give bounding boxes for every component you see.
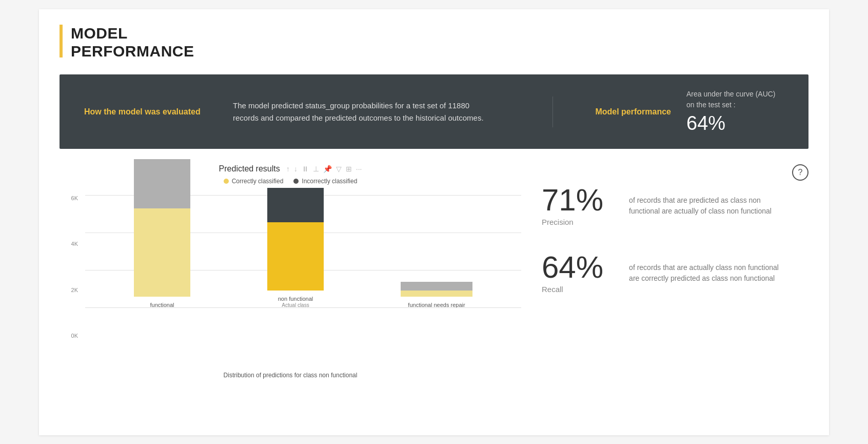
bar-functional: functional (134, 159, 190, 308)
x-axis-line (85, 307, 521, 308)
page-title: MODEL PERFORMANCE (71, 25, 194, 60)
recall-value-group: 64% Recall (542, 252, 603, 294)
recall-description: of records that are actually class non f… (629, 262, 783, 284)
column-icon[interactable]: ⏸ (302, 165, 309, 173)
precision-row: 71% Precision of records that are predic… (542, 185, 808, 226)
chart-toolbar: ↑ ↓ ⏸ ⊥ 📌 ▽ ⊞ ··· (286, 165, 362, 173)
bar-functional-correct (134, 208, 190, 297)
anchor-icon[interactable]: ⊥ (313, 165, 319, 173)
recall-name: Recall (542, 285, 603, 294)
performance-label: Model performance (579, 107, 671, 117)
evaluation-description: The model predicted status_group probabi… (218, 100, 527, 124)
main-content: Predicted results ↑ ↓ ⏸ ⊥ 📌 ▽ ⊞ ··· Corr… (60, 164, 808, 379)
recall-block: 64% Recall of records that are actually … (542, 252, 808, 294)
y-label-0k: 0K (71, 333, 78, 339)
precision-description: of records that are predicted as class n… (629, 195, 783, 217)
y-label-2k: 2K (71, 287, 78, 293)
precision-value-group: 71% Precision (542, 185, 603, 226)
grid-icon[interactable]: ⊞ (346, 165, 352, 173)
bar-functional-incorrect (134, 159, 190, 208)
chart-title-row: Predicted results ↑ ↓ ⏸ ⊥ 📌 ▽ ⊞ ··· (60, 164, 521, 173)
auc-metric: Area under the curve (AUC) on the test s… (671, 89, 784, 134)
sort-desc-icon[interactable]: ↓ (294, 165, 298, 173)
precision-block: 71% Precision of records that are predic… (542, 185, 808, 226)
bar-non-functional: non functional Actual class (267, 188, 324, 308)
filter-icon[interactable]: ▽ (336, 165, 342, 173)
evaluation-label: How the model was evaluated (84, 107, 218, 117)
y-axis: 6K 4K 2K 0K (60, 195, 82, 339)
info-banner: How the model was evaluated The model pr… (60, 74, 808, 149)
bar-repair-correct (401, 291, 472, 297)
chart-legend: Correctly classified Incorrectly classif… (60, 178, 521, 185)
precision-value: 71% (542, 185, 603, 216)
chart-grid-bars: functional non f (85, 195, 521, 339)
incorrectly-classified-label: Incorrectly classified (302, 178, 357, 185)
bar-non-functional-stack (267, 188, 324, 291)
y-label-6k: 6K (71, 195, 78, 201)
incorrectly-classified-dot (293, 179, 299, 184)
legend-incorrectly-classified: Incorrectly classified (293, 178, 357, 185)
metrics-panel: ? 71% Precision of records that are pred… (542, 164, 808, 379)
header-accent-bar (60, 25, 63, 57)
bar-non-functional-label: non functional Actual class (278, 296, 313, 308)
auc-description: Area under the curve (AUC) on the test s… (686, 89, 784, 110)
bar-non-functional-correct (267, 222, 324, 291)
bar-non-functional-incorrect (267, 188, 324, 222)
precision-name: Precision (542, 218, 603, 226)
legend-correctly-classified: Correctly classified (224, 178, 284, 185)
correctly-classified-label: Correctly classified (232, 178, 284, 185)
bar-repair-stack (401, 282, 472, 297)
bars-container: functional non f (95, 195, 511, 308)
auc-value: 64% (686, 112, 784, 134)
bar-functional-repair: functional needs repair (401, 282, 472, 308)
sort-asc-icon[interactable]: ↑ (286, 165, 290, 173)
header: MODEL PERFORMANCE (60, 25, 808, 60)
help-icon[interactable]: ? (792, 164, 808, 181)
y-label-4k: 4K (71, 241, 78, 247)
bar-functional-stack (134, 159, 190, 297)
chart-caption: Distribution of predictions for class no… (60, 372, 521, 379)
page-wrapper: MODEL PERFORMANCE How the model was eval… (39, 9, 829, 435)
recall-row: 64% Recall of records that are actually … (542, 252, 808, 294)
bar-chart-container: 6K 4K 2K 0K (60, 195, 521, 370)
more-icon[interactable]: ··· (356, 165, 362, 173)
recall-value: 64% (542, 252, 603, 283)
correctly-classified-dot (224, 179, 229, 184)
pin-icon[interactable]: 📌 (323, 165, 332, 173)
bar-repair-incorrect (401, 282, 472, 291)
chart-section: Predicted results ↑ ↓ ⏸ ⊥ 📌 ▽ ⊞ ··· Corr… (60, 164, 521, 379)
chart-title: Predicted results (219, 164, 280, 173)
banner-divider (553, 96, 553, 127)
